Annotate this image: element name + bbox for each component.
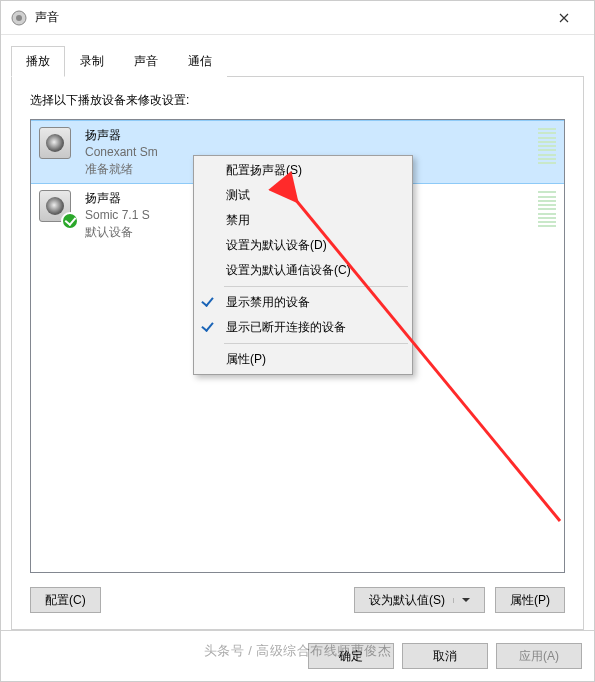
close-button[interactable] [544,3,584,33]
device-driver: Somic 7.1 S [85,207,150,224]
device-name: 扬声器 [85,190,150,207]
menu-configure-speakers[interactable]: 配置扬声器(S) [196,158,410,183]
tab-sounds[interactable]: 声音 [119,46,173,77]
device-status: 准备就绪 [85,161,158,178]
default-badge-icon [61,212,79,230]
tab-communications[interactable]: 通信 [173,46,227,77]
instruction-text: 选择以下播放设备来修改设置: [30,92,565,109]
device-driver: Conexant Sm [85,144,158,161]
window-title: 声音 [35,9,544,26]
menu-separator [224,286,408,287]
speaker-icon [39,127,75,163]
device-status: 默认设备 [85,224,150,241]
tab-recording[interactable]: 录制 [65,46,119,77]
context-menu: 配置扬声器(S) 测试 禁用 设置为默认设备(D) 设置为默认通信设备(C) 显… [193,155,413,375]
titlebar: 声音 [1,1,594,35]
tab-playback[interactable]: 播放 [11,46,65,77]
watermark: 头条号 / 高级综合布线师曹俊杰 [0,642,595,660]
menu-properties[interactable]: 属性(P) [196,347,410,372]
chevron-down-icon [453,598,470,603]
panel-button-row: 配置(C) 设为默认值(S) 属性(P) [30,587,565,613]
menu-show-disabled[interactable]: 显示禁用的设备 [196,290,410,315]
device-name: 扬声器 [85,127,158,144]
menu-show-disconnected[interactable]: 显示已断开连接的设备 [196,315,410,340]
configure-button[interactable]: 配置(C) [30,587,101,613]
volume-meter [538,127,556,165]
tab-row: 播放 录制 声音 通信 [11,45,584,77]
properties-button[interactable]: 属性(P) [495,587,565,613]
speaker-icon [39,190,75,226]
svg-point-1 [16,15,22,21]
volume-meter [538,190,556,228]
menu-separator [224,343,408,344]
menu-set-default-device[interactable]: 设置为默认设备(D) [196,233,410,258]
menu-test[interactable]: 测试 [196,183,410,208]
menu-disable[interactable]: 禁用 [196,208,410,233]
set-default-button[interactable]: 设为默认值(S) [354,587,485,613]
set-default-label: 设为默认值(S) [369,592,445,609]
app-icon [11,10,27,26]
menu-set-default-comm-device[interactable]: 设置为默认通信设备(C) [196,258,410,283]
